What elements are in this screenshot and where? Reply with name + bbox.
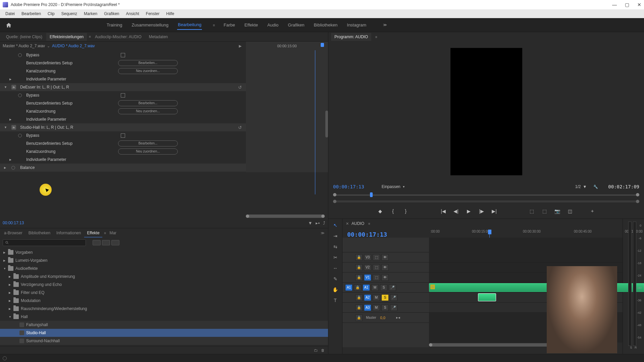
menu-hilfe[interactable]: Hilfe xyxy=(164,10,177,17)
tab-effekte[interactable]: Effekte xyxy=(84,229,102,237)
expand-arrow-icon[interactable] xyxy=(9,77,11,81)
ec-ind-params[interactable]: Individuelle Parameter xyxy=(26,157,66,162)
menu-sequenz[interactable]: Sequenz xyxy=(59,10,80,17)
ec-ind-params[interactable]: Individuelle Parameter xyxy=(26,77,66,81)
keyframe-toggle[interactable] xyxy=(18,53,22,57)
eb-vorgaben[interactable]: Vorgaben xyxy=(15,250,33,255)
razor-tool[interactable]: ✂ xyxy=(332,254,339,261)
tab-mar[interactable]: Mar xyxy=(107,229,119,237)
go-to-out-button[interactable]: ▶| xyxy=(490,207,498,215)
reset-icon[interactable]: ↺ xyxy=(238,85,242,90)
master-value[interactable]: 0,0 xyxy=(380,316,385,320)
expand-arrow-icon[interactable] xyxy=(4,166,6,169)
extract-button[interactable]: ⬚ xyxy=(541,207,549,215)
export-icon[interactable]: ⤴ xyxy=(323,221,325,226)
reset-icon[interactable]: ↺ xyxy=(238,125,242,130)
scrollbar-vertical[interactable] xyxy=(325,111,328,137)
step-back-button[interactable]: ◀| xyxy=(452,207,460,215)
eb-filter[interactable]: Filter und EQ xyxy=(21,290,45,295)
solo-button[interactable]: S xyxy=(381,304,389,311)
bypass-checkbox[interactable] xyxy=(121,53,125,57)
mute-button[interactable]: M xyxy=(373,304,380,311)
keyframe-toggle[interactable] xyxy=(18,134,22,137)
remap-button[interactable]: Neu zuordnen... xyxy=(118,108,178,114)
collapse-arrow-icon[interactable] xyxy=(4,85,7,89)
yuv-badge[interactable] xyxy=(111,240,119,245)
expand-arrow-icon[interactable] xyxy=(9,118,11,121)
tab-metadaten[interactable]: Metadaten xyxy=(146,33,171,41)
ec-studio-hall[interactable]: Studio-Hall In: L, R | Out: L, R xyxy=(20,125,73,130)
bypass-checkbox[interactable] xyxy=(121,93,125,98)
track-header-a1[interactable]: A1 🔒 A1 M S 🎤 xyxy=(342,283,429,293)
comparison-button[interactable]: ◫ xyxy=(566,207,574,215)
ec-balance[interactable]: Balance xyxy=(20,165,35,170)
workspace-bearbeitung[interactable]: Bearbeitung xyxy=(177,20,202,30)
menu-grafiken[interactable]: Grafiken xyxy=(101,10,122,17)
close-button[interactable]: ✕ xyxy=(637,2,641,7)
playhead-marker[interactable] xyxy=(488,230,491,234)
menu-marken[interactable]: Marken xyxy=(81,10,100,17)
playhead-marker[interactable] xyxy=(370,192,373,197)
workspace-grafiken[interactable]: Grafiken xyxy=(287,20,305,29)
track-header-master[interactable]: 🔒 Master 0,0 ▸◂ xyxy=(342,313,429,323)
solo-button[interactable]: S xyxy=(381,294,389,301)
collapse-icon[interactable]: ▸◂ xyxy=(396,315,400,320)
timeline-timecode[interactable]: 00:00:17:13 xyxy=(347,231,387,238)
toggle-output-button[interactable]: ⬚ xyxy=(373,274,380,281)
minimize-button[interactable]: ― xyxy=(612,2,617,7)
eb-hall[interactable]: Hall xyxy=(21,314,28,319)
track-select-tool[interactable]: ⇥ xyxy=(332,232,339,240)
eb-verzoegerung[interactable]: Verzögerung und Echo xyxy=(21,282,62,287)
lock-button[interactable]: 🔒 xyxy=(354,284,361,291)
ec-deesser[interactable]: DeEsser In: L, R | Out: L, R xyxy=(20,85,69,89)
play-button[interactable]: ▶ xyxy=(465,207,473,215)
toggle-sync-button[interactable]: 👁 xyxy=(381,254,389,261)
toggle-output-button[interactable]: ⬚ xyxy=(373,254,380,261)
selection-tool[interactable]: ↖ xyxy=(332,222,339,229)
lift-button[interactable]: ⬚ xyxy=(528,207,536,215)
play-only-icon[interactable]: ▸▪ xyxy=(316,221,320,226)
mute-button[interactable]: M xyxy=(373,294,380,301)
32bit-badge[interactable] xyxy=(102,240,110,245)
program-timecode[interactable]: 00:00:17:13 xyxy=(333,184,364,189)
tab-media-browser[interactable]: a-Browser xyxy=(1,229,25,237)
filter-icon[interactable]: ▼ xyxy=(308,221,313,226)
mute-button[interactable]: M xyxy=(371,284,379,291)
edit-button[interactable]: Bearbeiten... xyxy=(118,140,178,146)
home-icon[interactable] xyxy=(5,22,12,28)
remap-button[interactable]: Neu zuordnen... xyxy=(118,68,178,74)
collapse-arrow-icon[interactable] xyxy=(4,126,7,129)
track-v3[interactable]: V3 xyxy=(364,254,371,261)
hand-tool[interactable]: ✋ xyxy=(332,286,339,293)
track-a2[interactable]: A2 xyxy=(364,294,371,301)
scrollbar-horizontal[interactable] xyxy=(246,215,325,218)
tab-quelle[interactable]: Quelle: (keine Clips) xyxy=(3,33,46,41)
accelerated-badge[interactable] xyxy=(93,240,101,245)
ripple-tool[interactable]: ⇆ xyxy=(332,243,339,250)
delete-icon[interactable]: 🗑 xyxy=(321,348,325,352)
button-editor-icon[interactable]: ＋ xyxy=(588,207,596,215)
track-a3[interactable]: A3 xyxy=(364,304,371,311)
fit-dropdown[interactable]: Einpassen ▼ xyxy=(382,184,405,189)
search-input[interactable] xyxy=(3,239,86,246)
voiceover-button[interactable]: 🎤 xyxy=(389,284,396,291)
workspace-instagram[interactable]: Instagram xyxy=(346,20,367,29)
ec-timecode[interactable]: 00:00:17:13 xyxy=(3,221,24,225)
menu-clip[interactable]: Clip xyxy=(45,10,57,17)
tab-effekteinstellungen[interactable]: Effekteinstellungen xyxy=(46,33,87,41)
fx-badge-icon[interactable]: fx xyxy=(11,125,16,130)
toggle-output-button[interactable]: ⬚ xyxy=(373,264,380,271)
solo-indicator[interactable]: S xyxy=(630,346,632,349)
maximize-button[interactable]: ▢ xyxy=(625,2,629,7)
tab-bibliotheken[interactable]: Bibliotheken xyxy=(26,229,53,237)
workspace-bibliotheken[interactable]: Bibliotheken xyxy=(313,20,338,29)
eb-modulation[interactable]: Modulation xyxy=(21,298,41,303)
go-to-in-button[interactable]: |◀ xyxy=(439,207,447,215)
close-icon[interactable]: ✕ xyxy=(346,222,349,226)
export-frame-button[interactable]: 📷 xyxy=(553,207,561,215)
lock-button[interactable]: 🔒 xyxy=(355,264,363,271)
type-tool[interactable]: T xyxy=(332,297,339,304)
record-indicator[interactable]: R xyxy=(635,346,637,349)
new-bin-icon[interactable]: 🗀 xyxy=(314,348,318,352)
track-header-v2[interactable]: 🔒 V2 ⬚ 👁 xyxy=(342,262,429,273)
